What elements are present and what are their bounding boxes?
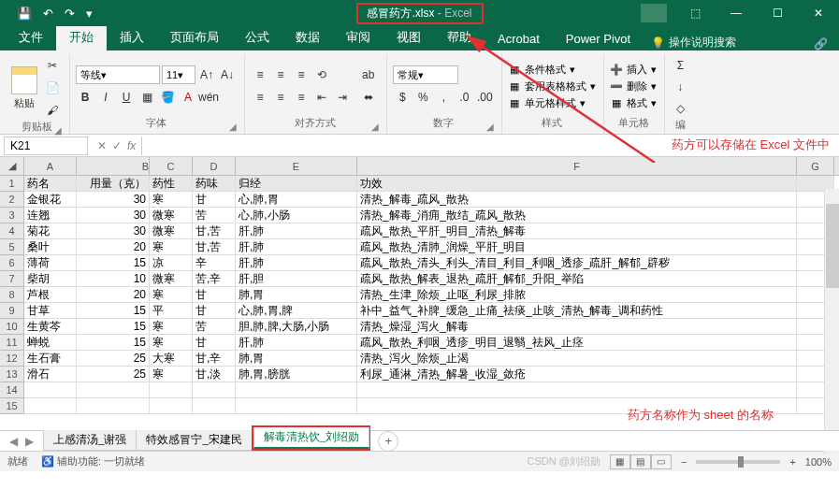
cell[interactable]: 清热_燥湿_泻火_解毒 [357,319,797,334]
spreadsheet-grid[interactable]: ◢ A B C D E F G 123456789101112131415 药名… [0,157,839,430]
sheet-tab-active[interactable]: 解毒清热饮_刘绍勋 [253,427,369,449]
italic-button[interactable]: I [96,88,115,107]
grid-row[interactable]: 连翘30微寒苦心,肺,小肠清热_解毒_消痈_散结_疏风_散热 [24,208,834,223]
cell[interactable]: 肺,胃 [236,351,357,366]
insert-cells-button[interactable]: ➕插入 ▾ [610,63,657,77]
increase-decimal-icon[interactable]: .0 [455,88,473,107]
tab-file[interactable]: 文件 [6,24,56,50]
format-as-table-button[interactable]: ▦套用表格格式 ▾ [508,79,596,94]
cell[interactable]: 芦根 [24,287,77,302]
sheet-nav-prev-icon[interactable]: ◀ [9,435,18,448]
cut-icon[interactable]: ✂ [43,56,62,75]
decrease-decimal-icon[interactable]: .00 [475,88,494,107]
orientation-icon[interactable]: ⟲ [312,65,331,84]
col-header[interactable]: A [24,157,77,175]
cell[interactable]: 寒 [150,367,193,382]
page-layout-view-icon[interactable]: ▤ [630,454,651,469]
tab-formulas[interactable]: 公式 [232,24,282,50]
row-header[interactable]: 6 [0,255,24,271]
copy-icon[interactable]: 📄 [43,79,62,97]
cell[interactable] [24,398,77,413]
grid-row[interactable] [24,382,834,398]
border-button[interactable]: ▦ [137,88,156,107]
col-header[interactable]: F [357,157,797,175]
increase-font-icon[interactable]: A↑ [197,65,216,84]
font-size-combo[interactable]: 11 ▾ [162,65,195,84]
cell[interactable]: 寒 [150,319,193,334]
tab-power-pivot[interactable]: Power Pivot [553,27,644,50]
percent-icon[interactable]: % [413,88,432,107]
col-header[interactable]: D [193,157,236,175]
cells-area[interactable]: 药名用量（克）药性药味归经功效金银花30寒甘心,肺,胃清热_解毒_疏风_散热连翘… [24,176,834,414]
paste-button[interactable]: 粘贴 [11,66,37,110]
cell[interactable]: 15 [77,303,150,318]
cell[interactable]: 补中_益气_补脾_缓急_止痛_祛痰_止咳_清热_解毒_调和药性 [357,303,797,318]
delete-cells-button[interactable]: ➖删除 ▾ [610,79,657,94]
cell[interactable]: 20 [77,239,150,254]
row-header[interactable]: 4 [0,223,24,239]
cell[interactable]: 柴胡 [24,271,77,286]
align-top-icon[interactable]: ≡ [251,65,269,84]
cell[interactable]: 肺,胃 [236,287,357,302]
cell[interactable]: 甘草 [24,303,77,318]
cell[interactable]: 归经 [236,176,357,191]
cell[interactable]: 桑叶 [24,239,77,254]
cell[interactable]: 苦 [193,319,236,334]
cell[interactable]: 甘,辛 [193,351,236,366]
cell[interactable] [77,398,150,413]
row-header[interactable]: 13 [0,367,24,382]
align-center-icon[interactable]: ≡ [271,88,290,107]
cell[interactable] [24,382,77,397]
select-all-corner[interactable]: ◢ [0,157,24,176]
row-header[interactable]: 11 [0,335,24,351]
cell[interactable]: 疏风_散热_清肺_润燥_平肝_明目 [357,239,797,254]
cell[interactable]: 大寒 [150,351,193,366]
cell[interactable]: 生黄芩 [24,319,77,334]
cell[interactable]: 肝,肺 [236,223,357,238]
fill-icon[interactable]: ↓ [671,78,689,96]
cell[interactable]: 寒 [150,192,193,207]
grid-row[interactable]: 金银花30寒甘心,肺,胃清热_解毒_疏风_散热 [24,192,834,208]
clear-icon[interactable]: ◇ [671,99,689,118]
merge-button[interactable]: ⬌ [357,88,379,107]
wrap-text-button[interactable]: ab [357,65,379,84]
cell[interactable] [150,398,193,413]
fx-icon[interactable]: fx [127,139,136,152]
tell-me-search[interactable]: 💡 操作说明搜索 [651,35,736,50]
grid-row[interactable]: 甘草15平甘心,肺,胃,脾补中_益气_补脾_缓急_止痛_祛痰_止咳_清热_解毒_… [24,303,834,319]
page-break-view-icon[interactable]: ▭ [651,454,672,469]
zoom-level[interactable]: 100% [805,456,832,468]
row-header[interactable]: 15 [0,398,24,414]
cell[interactable] [236,398,357,413]
tab-insert[interactable]: 插入 [107,24,157,50]
cell[interactable] [236,382,357,397]
cell[interactable]: 药名 [24,176,77,191]
cell[interactable] [357,382,797,397]
cell[interactable]: 苦 [193,208,236,223]
enter-icon[interactable]: ✓ [112,139,122,152]
cell[interactable]: 30 [77,192,150,207]
cell[interactable]: 疏风_散热_解表_退热_疏肝_解郁_升阳_举陷 [357,271,797,286]
zoom-slider[interactable] [696,460,780,464]
cell[interactable]: 15 [77,335,150,350]
cell[interactable]: 辛 [193,255,236,270]
cell[interactable]: 肝,肺 [236,255,357,270]
row-header[interactable]: 12 [0,351,24,367]
sheet-nav-next-icon[interactable]: ▶ [25,435,34,448]
cell[interactable] [193,398,236,413]
redo-icon[interactable]: ↷ [65,7,75,21]
align-middle-icon[interactable]: ≡ [271,65,290,84]
cell[interactable]: 肝,肺 [236,239,357,254]
tab-review[interactable]: 审阅 [333,24,383,50]
maximize-button[interactable]: ☐ [757,0,798,26]
grid-row[interactable]: 桑叶20寒甘,苦肝,肺疏风_散热_清肺_润燥_平肝_明目 [24,239,834,255]
conditional-formatting-button[interactable]: ▦条件格式 ▾ [508,63,596,77]
tab-page-layout[interactable]: 页面布局 [157,24,232,50]
cell[interactable]: 药味 [193,176,236,191]
dialog-launcher-icon[interactable]: ◢ [229,122,237,132]
normal-view-icon[interactable]: ▦ [610,454,630,469]
cell[interactable]: 药性 [150,176,193,191]
autosum-icon[interactable]: Σ [671,56,689,75]
cell[interactable] [77,382,150,397]
cell[interactable]: 微寒 [150,208,193,223]
